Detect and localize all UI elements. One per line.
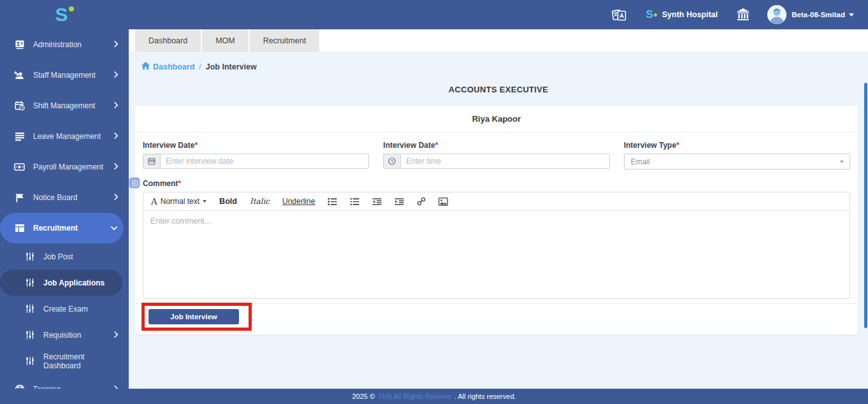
breadcrumb-separator: / — [199, 62, 201, 71]
scrollbar-thumb[interactable] — [864, 83, 867, 328]
required-marker: * — [435, 141, 438, 150]
sidebar-item-label: Leave Management — [33, 132, 114, 141]
sidebar-item-label: Notice Board — [33, 193, 114, 202]
interview-type-value: Email — [631, 157, 650, 166]
sliders-icon — [24, 252, 35, 261]
interview-time-input[interactable] — [401, 154, 609, 168]
sidebar-item-requisition[interactable]: Requisition — [0, 322, 129, 348]
interview-time-field-group: Interview Date* — [383, 141, 609, 170]
sidebar-item-recruitment[interactable]: Recruitment — [0, 213, 124, 243]
footer-rights: . All rights reserved. — [454, 393, 516, 400]
user-menu[interactable]: Beta-08-Smitad — [792, 11, 854, 18]
unordered-list-icon[interactable] — [350, 198, 359, 206]
card-footer: Job Interview — [135, 303, 858, 335]
editor-toolbar: A Normal text Bold Italic Underline — [143, 192, 850, 211]
text-style-label: Normal text — [161, 197, 199, 206]
highlight-annotation: Job Interview — [141, 303, 252, 331]
sidebar-item-administration[interactable]: Administration — [0, 29, 129, 60]
tab-mom[interactable]: MOM — [202, 29, 249, 52]
ordered-list-icon[interactable] — [328, 198, 337, 206]
footer-brand-link[interactable]: THS All Rights Reserve — [378, 393, 451, 400]
sidebar-item-label: Administration — [33, 40, 114, 49]
font-icon: A — [151, 196, 157, 206]
sidebar-item-label: Create Exam — [43, 305, 119, 314]
indent-icon[interactable] — [394, 198, 404, 206]
topbar: S S Synth Hospital — [0, 0, 868, 29]
field-label-text: Comment — [143, 179, 178, 188]
sidebar-item-recruitment-dashboard[interactable]: Recruitment Dashboard — [0, 348, 129, 374]
hospital-name: Synth Hospital — [662, 10, 718, 19]
comment-label: Comment* — [143, 179, 850, 188]
sidebar-item-notice-board[interactable]: Notice Board — [0, 182, 129, 213]
job-interview-button[interactable]: Job Interview — [148, 309, 239, 324]
field-label-text: Interview Type — [624, 141, 676, 150]
underline-button[interactable]: Underline — [282, 197, 315, 206]
italic-button[interactable]: Italic — [250, 197, 270, 206]
sidebar-item-label: Job Post — [43, 252, 119, 261]
sidebar-item-job-post[interactable]: Job Post — [0, 243, 129, 270]
sidebar-item-leave-management[interactable]: Leave Management — [0, 121, 129, 152]
tab-bar: Dashboard MOM Recruitment — [129, 29, 868, 52]
required-marker: * — [676, 141, 679, 150]
main-content: Dashboard MOM Recruitment Dashboard / Jo… — [129, 29, 868, 389]
chevron-right-icon — [114, 162, 119, 171]
sidebar-item-shift-management[interactable]: Shift Management — [0, 90, 129, 121]
mini-brand-letter: S — [646, 10, 653, 20]
collapse-panel-icon[interactable] — [129, 177, 140, 189]
sidebar-item-payroll-management[interactable]: Payroll Management — [0, 152, 129, 182]
sidebar-item-label: Recruitment — [33, 224, 111, 233]
tab-recruitment[interactable]: Recruitment — [250, 29, 319, 52]
bank-icon[interactable] — [735, 8, 751, 22]
interview-date-label: Interview Date* — [143, 141, 369, 150]
app-window: S S Synth Hospital — [0, 0, 868, 404]
sidebar-item-label: Staff Management — [33, 71, 114, 80]
translate-icon[interactable] — [612, 8, 626, 22]
chevron-right-icon — [114, 101, 119, 110]
breadcrumb-home-link[interactable]: Dashboard — [141, 62, 194, 71]
sidebar-item-create-exam[interactable]: Create Exam — [0, 296, 129, 322]
chevron-down-icon — [111, 224, 117, 233]
outdent-icon[interactable] — [372, 198, 382, 206]
brand-dot — [69, 6, 74, 11]
breadcrumb-home-label: Dashboard — [153, 62, 194, 71]
leave-list-icon — [14, 132, 25, 141]
sidebar-item-label: Shift Management — [33, 101, 114, 110]
interview-time-label: Interview Date* — [383, 141, 609, 150]
mini-brand-logo[interactable]: S — [646, 10, 656, 20]
sidebar-item-staff-management[interactable]: Staff Management — [0, 60, 129, 90]
chevron-right-icon — [114, 71, 119, 80]
candidate-name: Riya Kapoor — [135, 106, 858, 133]
tab-label: MOM — [215, 36, 235, 45]
sidebar-item-label: Payroll Management — [33, 162, 114, 171]
sliders-icon — [24, 330, 35, 340]
sidebar-item-job-applications[interactable]: Job Applications — [0, 270, 122, 296]
required-marker: * — [194, 141, 198, 150]
brand-logo[interactable]: S — [0, 5, 129, 24]
image-icon[interactable] — [438, 198, 448, 206]
sidebar-item-label: Recruitment Dashboard — [43, 352, 119, 370]
home-icon — [141, 62, 150, 71]
comment-input[interactable]: Enter comment... — [143, 211, 850, 298]
calendar-icon — [143, 154, 161, 168]
select-caret-icon — [840, 161, 844, 163]
user-name-label: Beta-08-Smitad — [792, 11, 845, 18]
interview-type-label: Interview Type* — [624, 141, 850, 150]
user-avatar[interactable] — [767, 5, 786, 24]
required-marker: * — [178, 179, 181, 188]
interview-type-select[interactable]: Email — [624, 154, 850, 170]
bold-button[interactable]: Bold — [219, 197, 237, 206]
tab-dashboard[interactable]: Dashboard — [135, 29, 201, 52]
text-style-dropdown[interactable]: A Normal text — [151, 196, 206, 206]
brand-letter: S — [55, 5, 67, 24]
footer: 2025 © THS All Rights Reserve . All righ… — [0, 389, 868, 404]
interview-date-input[interactable] — [161, 154, 368, 168]
tab-label: Recruitment — [263, 36, 306, 45]
link-icon[interactable] — [417, 197, 426, 206]
interview-form: Interview Date* Interview D — [135, 133, 858, 299]
chevron-right-icon — [114, 40, 119, 49]
id-badge-icon — [14, 40, 25, 50]
field-label-text: Interview Date — [383, 141, 435, 150]
interview-date-field-group: Interview Date* — [143, 141, 369, 170]
sidebar: Administration Staff Management Shift Ma… — [0, 29, 129, 389]
clock-icon — [384, 154, 401, 168]
